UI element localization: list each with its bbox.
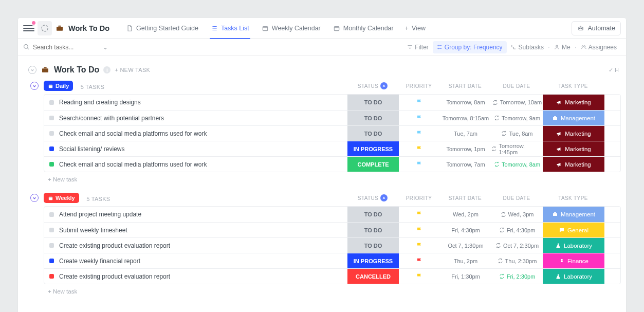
start-date-cell[interactable]: Tue, 7am [440,131,491,137]
column-header-start[interactable]: START DATE [439,83,491,89]
task-type-cell[interactable]: General [543,223,604,237]
filter-button[interactable]: Filter [403,41,433,53]
task-name-cell[interactable]: Search/connect with potential partners [44,115,347,122]
due-date-cell[interactable]: Thu, 2:30pm [491,258,543,264]
priority-cell[interactable] [399,227,440,234]
status-cell[interactable]: TO DO [347,111,399,125]
task-row[interactable]: Create weekly financial report IN PROGRE… [44,253,620,268]
column-header-start[interactable]: START DATE [439,195,491,201]
priority-cell[interactable] [399,273,440,280]
task-name-cell[interactable]: Submit weekly timesheet [44,227,347,234]
column-header-tasktype[interactable]: TASK TYPE [542,83,604,89]
task-type-cell[interactable]: Management [543,111,604,125]
task-name-cell[interactable]: Create weekly financial report [44,258,347,265]
column-header-due[interactable]: DUE DATE [491,195,542,201]
task-row[interactable]: Reading and creating designs TO DO Tomor… [44,95,620,110]
task-type-cell[interactable]: Laboratory [543,269,604,284]
search-input[interactable] [33,44,100,51]
task-row[interactable]: Search/connect with potential partners T… [44,110,620,125]
group-badge[interactable]: Daily [44,81,73,91]
column-header-tasktype[interactable]: TASK TYPE [542,195,604,201]
info-icon[interactable]: i [103,66,111,74]
task-row[interactable]: Check email and social media platforms u… [44,156,620,172]
column-header-due[interactable]: DUE DATE [491,83,542,89]
column-header-priority[interactable]: PRIORITY [398,83,439,89]
tab-monthly-calendar[interactable]: Monthly Calendar [328,18,399,39]
start-date-cell[interactable]: Tomorrow, 8am [440,99,491,105]
collapse-group-button[interactable] [30,194,39,202]
start-date-cell[interactable]: Thu, 2pm [440,258,491,264]
due-date-cell[interactable]: Tomorrow, 8am [491,161,543,168]
collapse-list-button[interactable] [28,66,36,74]
task-name-cell[interactable]: Create existing product evaluation repor… [44,242,347,249]
add-view-button[interactable]: + View [400,21,431,36]
tab-tasks-list[interactable]: Tasks List [206,18,254,39]
menu-button[interactable] [23,23,34,34]
hide-button[interactable]: ✓ H [609,67,619,74]
task-row[interactable]: Create existing product evaluation repor… [44,237,620,253]
priority-cell[interactable] [399,130,440,137]
status-cell[interactable]: COMPLETE [347,157,399,172]
column-header-status[interactable]: STATUS [347,194,398,201]
status-cell[interactable]: TO DO [347,238,399,253]
task-type-cell[interactable]: Laboratory [543,238,604,253]
task-type-cell[interactable]: Finance [543,253,604,268]
task-type-cell[interactable]: Marketing [543,126,604,141]
automate-button[interactable]: Automate [572,21,621,35]
status-cell[interactable]: TO DO [347,207,399,222]
due-date-cell[interactable]: Tue, 8am [491,131,543,137]
priority-cell[interactable] [399,145,440,153]
due-date-cell[interactable]: Tomorrow, 10am [491,99,543,105]
start-date-cell[interactable]: Tomorrow, 8:15am [440,115,491,121]
due-date-cell[interactable]: Wed, 3pm [491,211,543,217]
priority-cell[interactable] [399,161,440,168]
task-type-cell[interactable]: Marketing [543,95,604,110]
task-row[interactable]: Create existing product evaluation repor… [44,268,620,284]
task-name-cell[interactable]: Check email and social media platforms u… [44,130,347,137]
task-name-cell[interactable]: Social listening/ reviews [44,145,347,153]
status-cell[interactable]: TO DO [347,223,399,237]
priority-cell[interactable] [399,258,440,265]
search-box[interactable]: ⌄ [23,44,126,51]
start-date-cell[interactable]: Fri, 1:30pm [440,273,491,280]
start-date-cell[interactable]: Fri, 4:30pm [440,227,491,233]
task-name-cell[interactable]: Reading and creating designs [44,99,347,106]
tab-getting-started-guide[interactable]: Getting Started Guide [121,18,204,39]
due-date-cell[interactable]: Tomorrow, 1:45pm [491,143,543,155]
start-date-cell[interactable]: Tomorrow, 1pm [440,146,491,152]
subtasks-button[interactable]: Subtasks [507,41,548,53]
start-date-cell[interactable]: Oct 7, 1:30pm [440,243,491,249]
new-task-row-button[interactable]: + New task [23,284,621,295]
column-header-priority[interactable]: PRIORITY [398,195,439,201]
me-button[interactable]: Me [550,41,575,53]
column-header-status[interactable]: STATUS [347,82,398,89]
status-cell[interactable]: TO DO [347,126,399,141]
tab-weekly-calendar[interactable]: Weekly Calendar [256,18,326,39]
assignees-button[interactable]: Assignees [577,41,621,53]
task-type-cell[interactable]: Marketing [543,141,604,156]
task-name-cell[interactable]: Create existing product evaluation repor… [44,273,347,280]
status-cell[interactable]: CANCELLED [347,269,399,284]
priority-cell[interactable] [399,99,440,106]
status-cell[interactable]: IN PROGRESS [347,253,399,268]
start-date-cell[interactable]: Wed, 2pm [440,211,491,217]
collapse-group-button[interactable] [30,82,39,90]
due-date-cell[interactable]: Oct 7, 2:30pm [491,243,543,249]
new-task-header-button[interactable]: + NEW TASK [115,67,150,73]
due-date-cell[interactable]: Fri, 2:30pm [491,273,543,280]
due-date-cell[interactable]: Tomorrow, 9am [491,115,543,121]
priority-cell[interactable] [399,242,440,249]
task-row[interactable]: Submit weekly timesheet TO DO Fri, 4:30p… [44,222,620,237]
task-type-cell[interactable]: Management [543,207,604,222]
new-task-row-button[interactable]: + New task [23,172,621,182]
due-date-cell[interactable]: Fri, 4:30pm [491,227,543,233]
start-date-cell[interactable]: Tomorrow, 7am [440,161,491,168]
group-badge[interactable]: Weekly [44,193,79,203]
task-row[interactable]: Check email and social media platforms u… [44,125,620,141]
task-name-cell[interactable]: Attend project meeting update [44,211,347,218]
task-type-cell[interactable]: Marketing [543,157,604,172]
loading-indicator[interactable] [38,21,52,35]
group-by-button[interactable]: Group by: Frequency [433,41,507,53]
task-row[interactable]: Attend project meeting update TO DO Wed,… [44,207,620,222]
status-cell[interactable]: IN PROGRESS [347,141,399,156]
